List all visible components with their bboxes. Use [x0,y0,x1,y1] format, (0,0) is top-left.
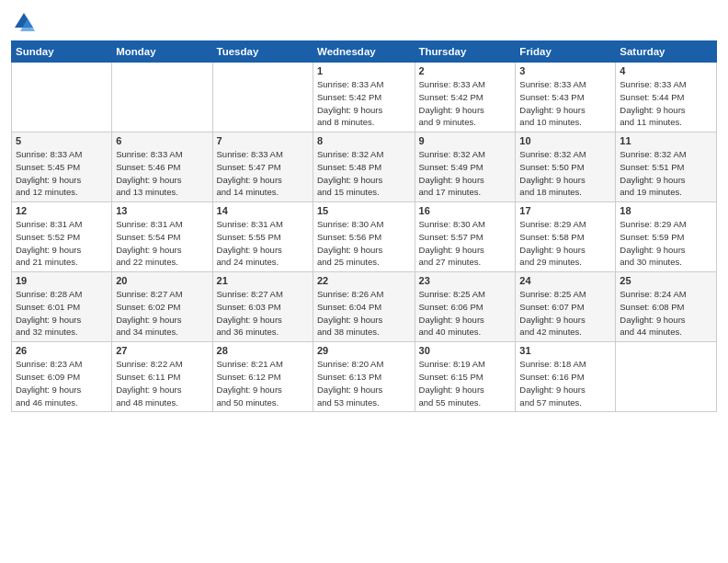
day-info-13: Sunrise: 8:31 AMSunset: 5:54 PMDaylight:… [116,218,208,269]
day-cell-13: 13Sunrise: 8:31 AMSunset: 5:54 PMDayligh… [112,202,212,272]
day-info-29: Sunrise: 8:20 AMSunset: 6:13 PMDaylight:… [317,358,411,408]
day-cell-11: 11Sunrise: 8:32 AMSunset: 5:51 PMDayligh… [616,132,717,202]
week-row-5: 26Sunrise: 8:23 AMSunset: 6:09 PMDayligh… [12,342,717,412]
day-cell-18: 18Sunrise: 8:29 AMSunset: 5:59 PMDayligh… [616,202,717,272]
day-cell-21: 21Sunrise: 8:27 AMSunset: 6:03 PMDayligh… [212,272,313,342]
day-info-24: Sunrise: 8:25 AMSunset: 6:07 PMDaylight:… [519,288,611,339]
day-cell-31: 31Sunrise: 8:18 AMSunset: 6:16 PMDayligh… [516,342,616,412]
day-number-3: 3 [519,65,611,76]
empty-cell [212,63,313,132]
day-cell-23: 23Sunrise: 8:25 AMSunset: 6:06 PMDayligh… [415,272,516,342]
day-info-17: Sunrise: 8:29 AMSunset: 5:58 PMDaylight:… [519,218,611,269]
day-number-10: 10 [519,135,611,146]
day-info-18: Sunrise: 8:29 AMSunset: 5:59 PMDaylight:… [620,218,712,269]
day-info-21: Sunrise: 8:27 AMSunset: 6:03 PMDaylight:… [217,288,309,339]
day-info-28: Sunrise: 8:21 AMSunset: 6:12 PMDaylight:… [217,358,309,408]
week-row-1: 1Sunrise: 8:33 AMSunset: 5:42 PMDaylight… [12,63,717,132]
weekday-friday: Friday [516,41,616,63]
weekday-tuesday: Tuesday [212,41,313,63]
day-cell-9: 9Sunrise: 8:32 AMSunset: 5:49 PMDaylight… [415,132,516,202]
calendar-table: SundayMondayTuesdayWednesdayThursdayFrid… [11,40,717,412]
day-info-27: Sunrise: 8:22 AMSunset: 6:11 PMDaylight:… [116,358,208,408]
day-number-9: 9 [419,135,512,146]
day-cell-6: 6Sunrise: 8:33 AMSunset: 5:46 PMDaylight… [112,132,212,202]
day-cell-22: 22Sunrise: 8:26 AMSunset: 6:04 PMDayligh… [313,272,415,342]
day-cell-1: 1Sunrise: 8:33 AMSunset: 5:42 PMDaylight… [313,63,415,132]
day-cell-7: 7Sunrise: 8:33 AMSunset: 5:47 PMDaylight… [212,132,313,202]
empty-cell [12,63,112,132]
day-info-25: Sunrise: 8:24 AMSunset: 6:08 PMDaylight:… [620,288,712,339]
day-info-3: Sunrise: 8:33 AMSunset: 5:43 PMDaylight:… [519,78,611,129]
day-number-22: 22 [317,275,411,286]
day-info-10: Sunrise: 8:32 AMSunset: 5:50 PMDaylight:… [519,148,611,199]
day-info-30: Sunrise: 8:19 AMSunset: 6:15 PMDaylight:… [419,358,512,408]
day-info-31: Sunrise: 8:18 AMSunset: 6:16 PMDaylight:… [519,358,611,408]
empty-cell [616,342,717,412]
day-info-1: Sunrise: 8:33 AMSunset: 5:42 PMDaylight:… [317,78,411,129]
day-number-28: 28 [217,345,309,356]
week-row-3: 12Sunrise: 8:31 AMSunset: 5:52 PMDayligh… [12,202,717,272]
day-number-13: 13 [116,205,208,216]
weekday-saturday: Saturday [616,41,717,63]
day-number-15: 15 [317,205,411,216]
day-info-22: Sunrise: 8:26 AMSunset: 6:04 PMDaylight:… [317,288,411,339]
day-cell-24: 24Sunrise: 8:25 AMSunset: 6:07 PMDayligh… [516,272,616,342]
day-info-5: Sunrise: 8:33 AMSunset: 5:45 PMDaylight:… [16,148,108,199]
weekday-header-row: SundayMondayTuesdayWednesdayThursdayFrid… [12,41,717,63]
logo [11,9,40,35]
day-info-6: Sunrise: 8:33 AMSunset: 5:46 PMDaylight:… [116,148,208,199]
empty-cell [112,63,212,132]
day-number-1: 1 [317,65,411,76]
day-number-7: 7 [217,135,309,146]
day-number-8: 8 [317,135,411,146]
day-number-6: 6 [116,135,208,146]
day-cell-19: 19Sunrise: 8:28 AMSunset: 6:01 PMDayligh… [12,272,112,342]
header [11,9,717,35]
logo-icon [11,9,37,35]
day-info-9: Sunrise: 8:32 AMSunset: 5:49 PMDaylight:… [419,148,512,199]
day-info-7: Sunrise: 8:33 AMSunset: 5:47 PMDaylight:… [217,148,309,199]
day-number-27: 27 [116,345,208,356]
day-cell-25: 25Sunrise: 8:24 AMSunset: 6:08 PMDayligh… [616,272,717,342]
day-info-23: Sunrise: 8:25 AMSunset: 6:06 PMDaylight:… [419,288,512,339]
day-info-11: Sunrise: 8:32 AMSunset: 5:51 PMDaylight:… [620,148,712,199]
week-row-4: 19Sunrise: 8:28 AMSunset: 6:01 PMDayligh… [12,272,717,342]
day-cell-10: 10Sunrise: 8:32 AMSunset: 5:50 PMDayligh… [516,132,616,202]
day-number-14: 14 [217,205,309,216]
day-cell-17: 17Sunrise: 8:29 AMSunset: 5:58 PMDayligh… [516,202,616,272]
day-number-12: 12 [16,205,108,216]
week-row-2: 5Sunrise: 8:33 AMSunset: 5:45 PMDaylight… [12,132,717,202]
day-cell-15: 15Sunrise: 8:30 AMSunset: 5:56 PMDayligh… [313,202,415,272]
day-info-20: Sunrise: 8:27 AMSunset: 6:02 PMDaylight:… [116,288,208,339]
weekday-wednesday: Wednesday [313,41,415,63]
day-number-23: 23 [419,275,512,286]
day-cell-5: 5Sunrise: 8:33 AMSunset: 5:45 PMDaylight… [12,132,112,202]
day-number-11: 11 [620,135,712,146]
weekday-monday: Monday [112,41,212,63]
day-number-21: 21 [217,275,309,286]
day-info-16: Sunrise: 8:30 AMSunset: 5:57 PMDaylight:… [419,218,512,269]
day-info-4: Sunrise: 8:33 AMSunset: 5:44 PMDaylight:… [620,78,712,129]
day-number-17: 17 [519,205,611,216]
day-cell-16: 16Sunrise: 8:30 AMSunset: 5:57 PMDayligh… [415,202,516,272]
day-info-12: Sunrise: 8:31 AMSunset: 5:52 PMDaylight:… [16,218,108,269]
day-number-29: 29 [317,345,411,356]
day-cell-2: 2Sunrise: 8:33 AMSunset: 5:42 PMDaylight… [415,63,516,132]
weekday-sunday: Sunday [12,41,112,63]
day-cell-20: 20Sunrise: 8:27 AMSunset: 6:02 PMDayligh… [112,272,212,342]
weekday-thursday: Thursday [415,41,516,63]
day-info-14: Sunrise: 8:31 AMSunset: 5:55 PMDaylight:… [217,218,309,269]
day-number-19: 19 [16,275,108,286]
day-number-24: 24 [519,275,611,286]
day-cell-3: 3Sunrise: 8:33 AMSunset: 5:43 PMDaylight… [516,63,616,132]
day-number-20: 20 [116,275,208,286]
day-info-15: Sunrise: 8:30 AMSunset: 5:56 PMDaylight:… [317,218,411,269]
day-cell-4: 4Sunrise: 8:33 AMSunset: 5:44 PMDaylight… [616,63,717,132]
day-info-19: Sunrise: 8:28 AMSunset: 6:01 PMDaylight:… [16,288,108,339]
day-number-4: 4 [620,65,712,76]
day-cell-29: 29Sunrise: 8:20 AMSunset: 6:13 PMDayligh… [313,342,415,412]
day-info-2: Sunrise: 8:33 AMSunset: 5:42 PMDaylight:… [419,78,512,129]
day-number-26: 26 [16,345,108,356]
day-number-30: 30 [419,345,512,356]
day-cell-12: 12Sunrise: 8:31 AMSunset: 5:52 PMDayligh… [12,202,112,272]
